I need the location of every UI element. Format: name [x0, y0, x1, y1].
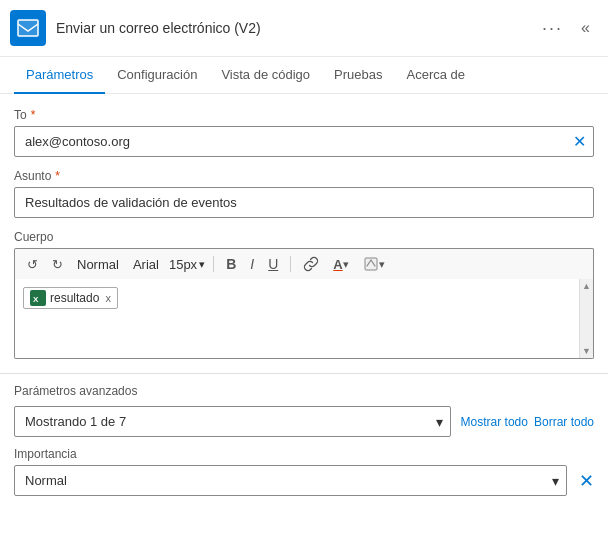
- undo-button[interactable]: ↺: [23, 255, 42, 274]
- toolbar-divider-1: [213, 256, 214, 272]
- clear-all-link[interactable]: Borrar todo: [534, 415, 594, 429]
- cuerpo-section: Cuerpo ↺ ↻ Normal Arial 15px ▾ B I U: [14, 230, 594, 359]
- to-label: To *: [14, 108, 594, 122]
- advanced-dropdown-row: Mostrando 1 de 7 ▾ Mostrar todo Borrar t…: [14, 406, 594, 437]
- to-input-wrapper: ✕: [14, 126, 594, 157]
- bold-button[interactable]: B: [222, 254, 240, 274]
- tab-parametros[interactable]: Parámetros: [14, 57, 105, 94]
- asunto-input[interactable]: [14, 187, 594, 218]
- section-divider: [0, 373, 608, 374]
- advanced-dropdown[interactable]: Mostrando 1 de 7: [14, 406, 451, 437]
- font-selector[interactable]: Arial: [129, 256, 163, 273]
- tab-configuracion[interactable]: Configuración: [105, 57, 209, 94]
- asunto-input-wrapper: [14, 187, 594, 218]
- tab-vista-codigo[interactable]: Vista de código: [209, 57, 322, 94]
- to-clear-button[interactable]: ✕: [573, 134, 586, 150]
- link-button[interactable]: [299, 254, 323, 274]
- importancia-clear-button[interactable]: ✕: [579, 470, 594, 492]
- scroll-down-arrow[interactable]: ▼: [582, 346, 591, 356]
- app-icon: [10, 10, 46, 46]
- more-options-button[interactable]: ···: [536, 16, 569, 41]
- header-title: Enviar un correo electrónico (V2): [56, 20, 261, 36]
- asunto-required: *: [55, 169, 60, 183]
- chip-close-button[interactable]: x: [105, 292, 111, 304]
- advanced-section: Parámetros avanzados Mostrando 1 de 7 ▾ …: [0, 384, 608, 510]
- highlight-button[interactable]: ▾: [359, 254, 389, 274]
- to-field-group: To * ✕: [14, 108, 594, 157]
- font-color-chevron-icon: ▾: [343, 258, 349, 271]
- cuerpo-toolbar: ↺ ↻ Normal Arial 15px ▾ B I U: [14, 248, 594, 279]
- style-selector[interactable]: Normal: [73, 256, 123, 273]
- cuerpo-editor[interactable]: X resultado x ▲ ▼: [14, 279, 594, 359]
- editor-scrollbar[interactable]: ▲ ▼: [579, 279, 593, 358]
- show-all-link[interactable]: Mostrar todo: [461, 415, 528, 429]
- asunto-label: Asunto *: [14, 169, 594, 183]
- size-chevron-icon: ▾: [199, 258, 205, 271]
- importancia-input-row: Normal ▾ ✕: [14, 465, 594, 496]
- font-color-button[interactable]: A ▾: [329, 255, 352, 274]
- excel-chip-icon: X: [30, 290, 46, 306]
- asunto-field-group: Asunto *: [14, 169, 594, 218]
- editor-inner: X resultado x: [23, 287, 573, 309]
- cuerpo-label: Cuerpo: [14, 230, 594, 244]
- importancia-dropdown[interactable]: Normal: [14, 465, 567, 496]
- underline-button[interactable]: U: [264, 254, 282, 274]
- collapse-button[interactable]: «: [577, 17, 594, 39]
- tab-pruebas[interactable]: Pruebas: [322, 57, 394, 94]
- tabs-bar: Parámetros Configuración Vista de código…: [0, 57, 608, 94]
- resultado-chip[interactable]: X resultado x: [23, 287, 118, 309]
- to-required: *: [31, 108, 36, 122]
- to-input[interactable]: [14, 126, 594, 157]
- header: Enviar un correo electrónico (V2) ··· «: [0, 0, 608, 57]
- highlight-chevron-icon: ▾: [379, 258, 385, 271]
- advanced-header: Parámetros avanzados: [14, 384, 594, 398]
- chip-text: resultado: [50, 291, 99, 305]
- header-left: Enviar un correo electrónico (V2): [10, 10, 261, 46]
- header-actions: ··· «: [536, 16, 594, 41]
- action-links: Mostrar todo Borrar todo: [461, 415, 594, 429]
- toolbar-divider-2: [290, 256, 291, 272]
- importancia-label: Importancia: [14, 447, 594, 461]
- svg-text:X: X: [33, 295, 39, 304]
- advanced-dropdown-wrapper: Mostrando 1 de 7 ▾: [14, 406, 451, 437]
- svg-rect-0: [18, 20, 38, 36]
- importancia-dropdown-wrapper: Normal ▾: [14, 465, 567, 496]
- redo-button[interactable]: ↻: [48, 255, 67, 274]
- main-content: To * ✕ Asunto * Cuerpo ↺ ↻ Norm: [0, 94, 608, 359]
- importancia-row: Importancia Normal ▾ ✕: [14, 447, 594, 496]
- tab-acerca-de[interactable]: Acerca de: [395, 57, 478, 94]
- scroll-up-arrow[interactable]: ▲: [582, 281, 591, 291]
- italic-button[interactable]: I: [246, 254, 258, 274]
- size-selector[interactable]: 15px ▾: [169, 257, 205, 272]
